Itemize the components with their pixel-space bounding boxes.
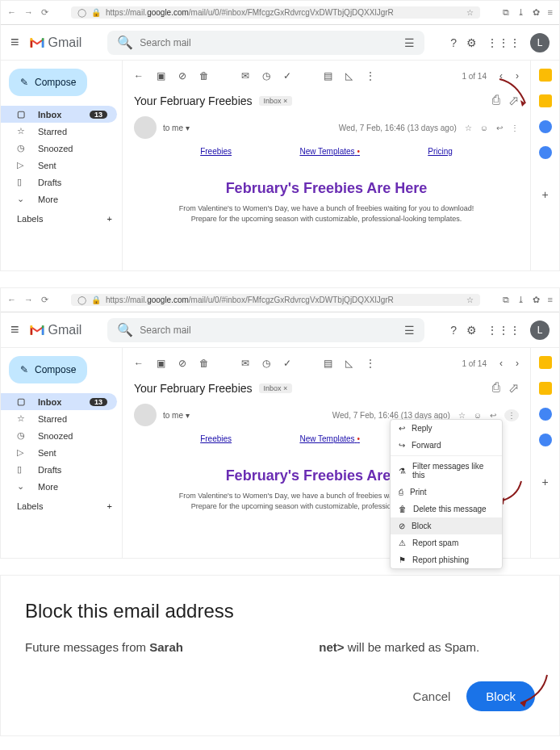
search-input[interactable] <box>140 37 398 48</box>
report-spam-icon[interactable]: ⊘ <box>178 70 186 82</box>
cancel-button[interactable]: Cancel <box>413 689 451 703</box>
sidebar-item-drafts[interactable]: ▯Drafts <box>1 461 117 478</box>
browser-menu-icon[interactable]: ≡ <box>548 295 553 305</box>
nav-reload-icon[interactable]: ⟳ <box>41 7 48 18</box>
move-icon[interactable]: ▤ <box>324 358 332 369</box>
to-field[interactable]: to me ▾ <box>163 124 190 132</box>
pocket-icon[interactable]: ⧉ <box>503 295 509 305</box>
star-message-icon[interactable]: ☆ <box>465 124 472 132</box>
tasks-icon[interactable] <box>539 408 552 421</box>
tasks-icon[interactable] <box>539 120 552 133</box>
nav-back-icon[interactable]: ← <box>7 295 16 305</box>
label-icon[interactable]: ◺ <box>345 70 353 82</box>
nav-back-icon[interactable]: ← <box>7 7 16 18</box>
menu-delete[interactable]: 🗑Delete this message <box>391 501 502 517</box>
prev-icon[interactable]: ‹ <box>499 70 503 82</box>
sidebar-item-drafts[interactable]: ▯Drafts <box>1 174 117 191</box>
snooze-icon[interactable]: ◷ <box>262 358 270 369</box>
open-new-icon[interactable]: ⬀ <box>508 93 519 108</box>
menu-forward[interactable]: ↪Forward <box>391 437 502 454</box>
contacts-icon[interactable] <box>539 434 552 446</box>
search-box[interactable]: 🔍 ☰ <box>107 31 424 55</box>
emoji-react-icon[interactable]: ☺ <box>480 124 488 132</box>
sidebar-item-inbox[interactable]: ▢Inbox 13 <box>1 393 117 410</box>
link-templates[interactable]: New Templates • <box>299 147 359 156</box>
account-avatar[interactable]: L <box>530 33 550 52</box>
pocket-icon[interactable]: ⧉ <box>503 7 509 18</box>
report-spam-icon[interactable]: ⊘ <box>178 358 186 369</box>
prev-icon[interactable]: ‹ <box>499 358 503 369</box>
sidebar-item-inbox[interactable]: ▢Inbox 13 <box>1 106 117 123</box>
mark-unread-icon[interactable]: ✉ <box>241 358 249 369</box>
delete-icon[interactable]: 🗑 <box>199 358 209 369</box>
more-toolbar-icon[interactable]: ⋮ <box>366 358 375 369</box>
account-avatar[interactable]: L <box>530 321 550 340</box>
sidebar-item-more[interactable]: ⌄More <box>1 191 117 207</box>
archive-icon[interactable]: ▣ <box>157 358 165 369</box>
print-icon[interactable]: ⎙ <box>492 93 500 108</box>
menu-filter[interactable]: ⚗Filter messages like this <box>391 458 502 484</box>
next-icon[interactable]: › <box>516 70 519 82</box>
apps-icon[interactable]: ⋮⋮⋮ <box>487 324 520 337</box>
print-icon[interactable]: ⎙ <box>492 380 500 396</box>
star-icon[interactable]: ☆ <box>466 8 474 17</box>
apps-icon[interactable]: ⋮⋮⋮ <box>487 36 520 49</box>
mark-unread-icon[interactable]: ✉ <box>241 70 249 82</box>
open-new-icon[interactable]: ⬀ <box>508 380 519 396</box>
contacts-icon[interactable] <box>539 146 552 159</box>
menu-print[interactable]: ⎙Print <box>391 484 502 501</box>
nav-forward-icon[interactable]: → <box>24 7 33 18</box>
star-message-icon[interactable]: ☆ <box>458 411 466 420</box>
move-icon[interactable]: ▤ <box>324 70 332 82</box>
help-icon[interactable]: ? <box>450 324 457 337</box>
link-freebies[interactable]: Freebies <box>200 147 232 156</box>
more-toolbar-icon[interactable]: ⋮ <box>366 70 375 82</box>
search-input[interactable] <box>140 325 398 336</box>
sidebar-item-snoozed[interactable]: ◷Snoozed <box>1 427 117 444</box>
sidebar-item-more[interactable]: ⌄More <box>1 478 117 495</box>
extensions-icon[interactable]: ✿ <box>533 7 540 18</box>
inbox-chip[interactable]: Inbox × <box>259 96 293 106</box>
compose-button[interactable]: ✎ Compose <box>9 356 87 383</box>
add-label-icon[interactable]: + <box>107 501 112 511</box>
url-bar[interactable]: ◯ 🔒 https://mail.google.com/mail/u/0/#in… <box>71 294 480 306</box>
download-icon[interactable]: ⤓ <box>517 7 524 18</box>
message-more-icon[interactable]: ⋮ <box>511 124 519 132</box>
link-pricing[interactable]: Pricing <box>428 147 453 156</box>
main-menu-icon[interactable]: ≡ <box>10 34 19 51</box>
archive-icon[interactable]: ▣ <box>157 70 165 82</box>
gmail-logo[interactable]: Gmail <box>29 323 82 337</box>
to-field[interactable]: to me ▾ <box>163 411 190 420</box>
menu-reply[interactable]: ↩Reply <box>391 420 502 437</box>
help-icon[interactable]: ? <box>450 36 457 49</box>
tune-icon[interactable]: ☰ <box>404 36 415 49</box>
calendar-icon[interactable] <box>539 356 552 369</box>
inbox-chip[interactable]: Inbox × <box>259 383 293 393</box>
nav-reload-icon[interactable]: ⟳ <box>41 295 48 305</box>
delete-icon[interactable]: 🗑 <box>199 70 209 82</box>
link-freebies[interactable]: Freebies <box>200 434 232 443</box>
add-addon-icon[interactable]: + <box>541 476 548 488</box>
sidebar-item-sent[interactable]: ▷Sent <box>1 157 117 174</box>
back-icon[interactable]: ← <box>134 358 144 369</box>
sidebar-item-snoozed[interactable]: ◷Snoozed <box>1 140 117 157</box>
menu-block[interactable]: ⊘Block <box>391 517 502 534</box>
keep-icon[interactable] <box>539 94 552 107</box>
block-button[interactable]: Block <box>466 681 535 711</box>
compose-button[interactable]: ✎ Compose <box>9 69 87 96</box>
reply-icon[interactable]: ↩ <box>496 124 503 132</box>
add-task-icon[interactable]: ✓ <box>283 70 291 82</box>
add-task-icon[interactable]: ✓ <box>283 358 291 369</box>
calendar-icon[interactable] <box>539 69 552 82</box>
download-icon[interactable]: ⤓ <box>517 295 524 305</box>
link-templates[interactable]: New Templates • <box>299 434 359 443</box>
sidebar-item-starred[interactable]: ☆Starred <box>1 123 117 140</box>
snooze-icon[interactable]: ◷ <box>262 70 270 82</box>
nav-forward-icon[interactable]: → <box>24 295 33 305</box>
gmail-logo[interactable]: Gmail <box>29 36 82 50</box>
url-bar[interactable]: ◯ 🔒 https://mail.google.com/mail/u/0/#in… <box>71 6 480 19</box>
message-more-icon[interactable]: ⋮ <box>504 409 519 421</box>
add-label-icon[interactable]: + <box>107 214 112 224</box>
search-box[interactable]: 🔍 ☰ <box>107 318 424 342</box>
menu-phishing[interactable]: ⚑Report phishing <box>391 551 502 568</box>
